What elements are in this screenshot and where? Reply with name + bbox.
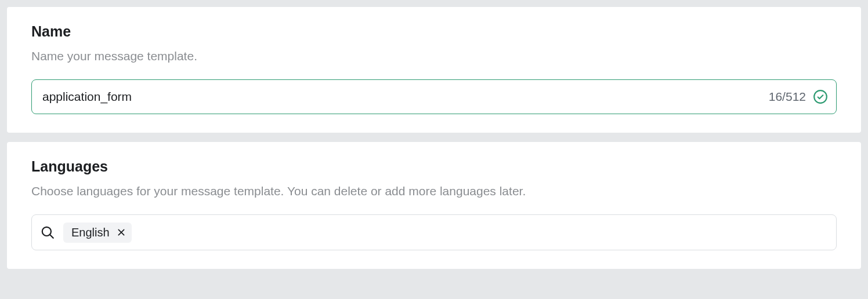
languages-input-container[interactable]: English xyxy=(31,214,837,250)
template-name-input[interactable] xyxy=(42,80,769,114)
languages-card: Languages Choose languages for your mess… xyxy=(7,142,861,269)
language-chip-label: English xyxy=(71,226,110,239)
name-input-container[interactable]: 16/512 xyxy=(31,79,837,114)
language-chip: English xyxy=(63,223,132,243)
checkmark-circle-icon xyxy=(813,89,828,104)
svg-point-0 xyxy=(814,90,827,103)
languages-title: Languages xyxy=(31,158,837,175)
remove-language-button[interactable] xyxy=(117,228,126,237)
search-icon xyxy=(40,225,55,240)
name-title: Name xyxy=(31,23,837,40)
svg-line-2 xyxy=(50,235,53,238)
languages-search-input[interactable] xyxy=(136,215,829,250)
name-subtitle: Name your message template. xyxy=(31,49,837,63)
languages-subtitle: Choose languages for your message templa… xyxy=(31,184,837,198)
name-card: Name Name your message template. 16/512 xyxy=(7,7,861,133)
character-counter: 16/512 xyxy=(769,90,806,104)
